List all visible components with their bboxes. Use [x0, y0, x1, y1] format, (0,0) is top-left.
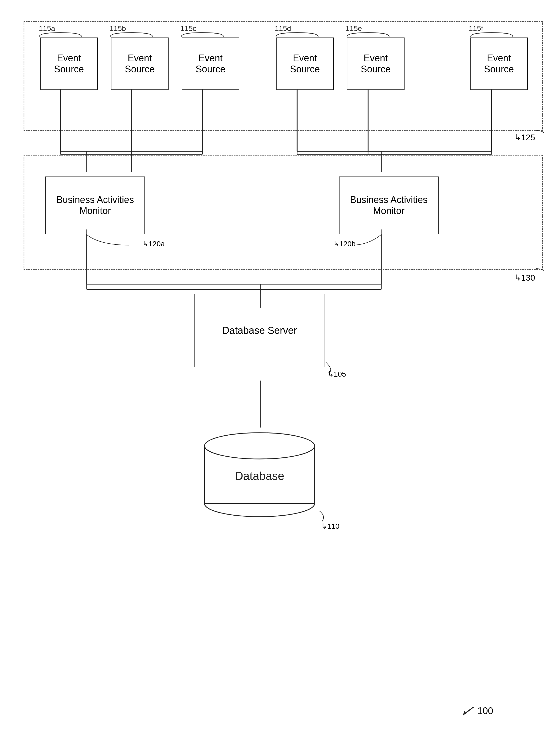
- event-source-label-115f: Event Source: [471, 53, 527, 75]
- event-source-label-115b: Event Source: [111, 53, 168, 75]
- event-source-box-115f: Event Source: [470, 38, 528, 90]
- database-label: Database: [235, 470, 284, 482]
- event-source-box-115d: Event Source: [276, 38, 334, 90]
- event-source-label-115e: Event Source: [347, 53, 404, 75]
- bam-group: Business Activities Monitor Business Act…: [24, 155, 543, 270]
- database-cylinder: Database: [202, 430, 317, 520]
- db-server-label: Database Server: [222, 325, 297, 336]
- ref-label-130: ↳130: [514, 273, 535, 283]
- bam-label-120a: Business Activities Monitor: [46, 194, 144, 216]
- event-source-label-115d: Event Source: [277, 53, 333, 75]
- ref-label-120a: ↳120a: [142, 239, 165, 248]
- event-source-box-115e: Event Source: [347, 38, 405, 90]
- es-label-115c: 115c: [180, 25, 196, 33]
- db-server-box: Database Server: [194, 294, 325, 367]
- es-label-115b: 115b: [109, 25, 126, 33]
- event-source-label-115c: Event Source: [182, 53, 239, 75]
- event-source-box-115c: Event Source: [182, 38, 239, 90]
- event-sources-group: 115a 115b 115c 115d 115e 115f Event Sour…: [24, 21, 543, 131]
- es-label-115f: 115f: [469, 25, 483, 33]
- ref-label-125: ↳125: [514, 132, 535, 142]
- bam-box-120a: Business Activities Monitor: [45, 176, 145, 234]
- bam-label-120b: Business Activities Monitor: [339, 194, 438, 216]
- bam-box-120b: Business Activities Monitor: [339, 176, 438, 234]
- svg-point-19: [204, 433, 315, 459]
- event-source-label-115a: Event Source: [41, 53, 97, 75]
- event-source-box-115a: Event Source: [40, 38, 98, 90]
- es-label-115a: 115a: [39, 25, 55, 33]
- event-source-box-115b: Event Source: [111, 38, 169, 90]
- ref-label-110: ↳110: [321, 522, 339, 531]
- ref-label-100: 100: [462, 705, 493, 716]
- es-label-115d: 115d: [275, 25, 291, 33]
- ref-label-105: ↳105: [328, 370, 346, 379]
- arrow-100-icon: [462, 706, 475, 716]
- es-label-115e: 115e: [345, 25, 362, 33]
- ref-label-120b: ↳120b: [333, 239, 356, 248]
